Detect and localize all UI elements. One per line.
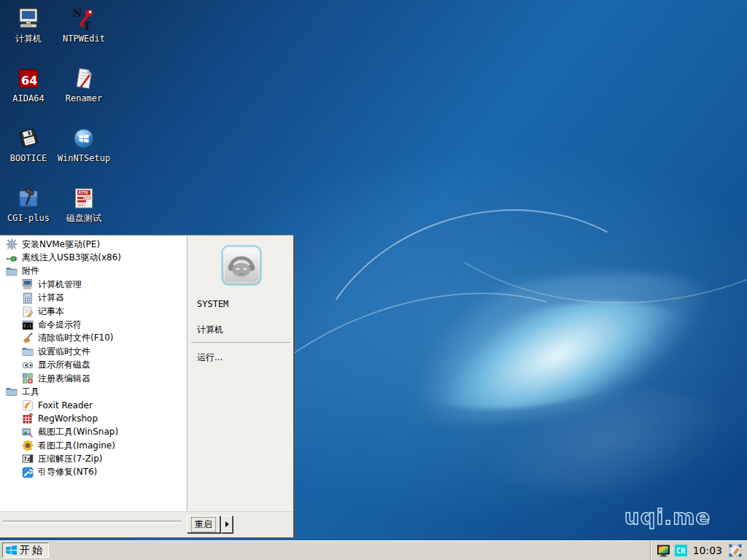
desktop-icon-cgi-plus[interactable]: CGI-plus	[0, 187, 57, 224]
desktop-icon-label: CGI-plus	[7, 214, 50, 223]
cgiplus-icon	[17, 187, 40, 210]
svg-text:C:\: C:\	[24, 323, 32, 328]
start-menu-item-清除临时文件-f10[interactable]: 清除临时文件(F10)	[0, 332, 187, 345]
bottom-bar-groove	[3, 521, 181, 524]
taskbar-clock[interactable]: 10:03	[693, 545, 722, 556]
restart-options-arrow-button[interactable]	[221, 516, 233, 533]
desktop-icon-label: BOOTICE	[10, 154, 47, 163]
nt6-icon	[22, 467, 34, 478]
menu-item-label: 计算机管理	[38, 279, 82, 291]
menu-item-label: 注册表编辑器	[38, 373, 90, 385]
start-menu-item-注册表编辑器[interactable]: 注册表编辑器	[0, 372, 187, 385]
gear-icon	[6, 238, 18, 250]
menu-item-label: Foxit Reader	[38, 400, 93, 411]
start-menu-item-看图工具-imagine[interactable]: 看图工具(Imagine)	[0, 439, 187, 452]
start-menu-item-安装nvme驱动-pe[interactable]: 安装NVMe驱动(PE)	[0, 238, 187, 251]
start-menu-item-计算器[interactable]: 计算器	[0, 292, 187, 305]
start-menu-item-工具[interactable]: 工具	[0, 385, 187, 398]
desktop-icon-磁盘测试[interactable]: ATTOTEST磁盘测试	[55, 187, 112, 224]
svg-text:7z: 7z	[23, 456, 30, 463]
menu-item-label: 计算器	[38, 292, 64, 304]
start-menu-item-计算机管理[interactable]: 计算机管理	[0, 278, 187, 291]
side-panel-computer-link[interactable]: 计算机	[197, 324, 223, 336]
desktop-icon-ntpwedit[interactable]: NTNTPWEdit	[55, 7, 112, 44]
clean-icon	[22, 332, 34, 344]
start-menu-item-list: 安装NVMe驱动(PE)离线注入USB3驱动(x86)附件计算机管理计算器记事本…	[0, 236, 187, 511]
start-menu-side-panel: SYSTEM 计算机 运行...	[188, 236, 293, 511]
desktop-icon-label: 计算机	[15, 34, 42, 44]
wallpaper-arc	[355, 0, 747, 337]
folder2-icon	[22, 346, 34, 357]
start-menu-item-命令提示符[interactable]: C:\命令提示符	[0, 318, 187, 331]
computer-small-icon	[22, 279, 34, 290]
start-menu-item-记事本[interactable]: 记事本	[0, 305, 187, 318]
desktop-icon-aida64[interactable]: 64AIDA64	[0, 67, 57, 104]
display-settings-icon[interactable]	[657, 545, 670, 557]
start-menu-item-regworkshop[interactable]: RegWorkshop	[0, 412, 187, 425]
user-name: SYSTEM	[197, 299, 228, 309]
desktop-icon-winntsetup[interactable]: WinNTSetup	[55, 127, 112, 164]
start-menu-item-设置临时文件[interactable]: 设置临时文件	[0, 345, 187, 358]
desktop-icon-bootice[interactable]: BOOTICE	[0, 127, 57, 164]
aida64-icon: 64	[17, 67, 40, 90]
menu-item-label: RegWorkshop	[38, 413, 98, 424]
desktop-icon-label: AIDA64	[12, 94, 44, 104]
side-panel-divider	[191, 342, 290, 343]
arrow-right-icon	[225, 521, 229, 527]
menu-item-label: 截图工具(WinSnap)	[38, 426, 118, 438]
start-button-label: 开始	[20, 544, 44, 557]
sevenzip-icon: 7z	[22, 453, 34, 464]
desktop-icon-renamer[interactable]: Renamer	[55, 67, 112, 104]
menu-item-label: 显示所有磁盘	[38, 359, 90, 371]
folder-icon	[6, 386, 18, 397]
ntpwedit-icon: NT	[72, 7, 96, 31]
winsnap-icon	[22, 427, 34, 438]
show-desktop-icon[interactable]	[728, 543, 743, 558]
system-tray: CH 10:03	[650, 541, 746, 560]
start-menu-item-截图工具-winsnap[interactable]: 截图工具(WinSnap)	[0, 425, 187, 438]
folder-icon	[6, 265, 18, 277]
menu-item-label: 设置临时文件	[38, 346, 90, 358]
svg-text:ATTO: ATTO	[79, 190, 88, 195]
desktop-icon-label: WinNTSetup	[58, 154, 110, 163]
foxit-icon	[22, 400, 34, 411]
start-button[interactable]: 开始	[2, 542, 49, 558]
side-panel-run-link[interactable]: 运行...	[197, 351, 222, 364]
windows-logo-icon	[5, 545, 18, 556]
cmd-icon: C:\	[22, 319, 34, 331]
desktop-icon-label: Renamer	[66, 94, 103, 104]
language-indicator[interactable]: CH	[675, 545, 687, 556]
imagine-icon	[22, 440, 34, 451]
menu-item-label: 引导修复(NT6)	[38, 466, 97, 478]
usb-icon	[6, 252, 18, 264]
restart-button-label: 重启	[191, 517, 216, 532]
start-menu-item-foxit-reader[interactable]: Foxit Reader	[0, 399, 187, 412]
menu-item-label: 记事本	[38, 306, 64, 318]
wallpaper-leaf-core	[380, 226, 721, 485]
start-menu-item-显示所有磁盘[interactable]: 显示所有磁盘	[0, 359, 187, 372]
start-menu-item-离线注入usb3驱动-x86[interactable]: 离线注入USB3驱动(x86)	[0, 251, 187, 264]
bootice-icon	[17, 127, 40, 150]
desktop-icon-label: 磁盘测试	[66, 214, 101, 223]
menu-item-label: 离线注入USB3驱动(x86)	[22, 252, 121, 264]
wallpaper-logo: uqi.me	[623, 505, 732, 531]
menu-item-label: 看图工具(Imagine)	[38, 440, 115, 452]
taskbar: 开始 CH 10:03	[0, 540, 747, 560]
disks-icon	[22, 359, 34, 371]
start-menu-item-附件[interactable]: 附件	[0, 265, 187, 278]
svg-text:uqi.me: uqi.me	[624, 505, 711, 529]
desktop: uqi.me 计算机NTNTPWEdit64AIDA64RenamerBOOTI…	[0, 0, 747, 560]
start-menu-item-引导修复-nt6[interactable]: 引导修复(NT6)	[0, 466, 187, 479]
registry-icon	[22, 373, 34, 384]
menu-item-label: 工具	[22, 386, 39, 398]
menu-item-label: 附件	[22, 265, 39, 277]
menu-item-label: 安装NVMe驱动(PE)	[22, 238, 100, 251]
wallpaper-leaf-glow	[311, 166, 747, 530]
desktop-icon-计算机[interactable]: 计算机	[0, 7, 57, 44]
svg-text:TEST: TEST	[77, 203, 85, 207]
renamer-icon	[72, 67, 96, 90]
start-menu-bottom-bar: 重启	[0, 511, 293, 537]
restart-button[interactable]: 重启	[187, 516, 220, 533]
start-menu-item-压缩解压-7-zip[interactable]: 7z压缩解压(7-Zip)	[0, 452, 187, 465]
disktest-icon: ATTOTEST	[72, 187, 96, 210]
